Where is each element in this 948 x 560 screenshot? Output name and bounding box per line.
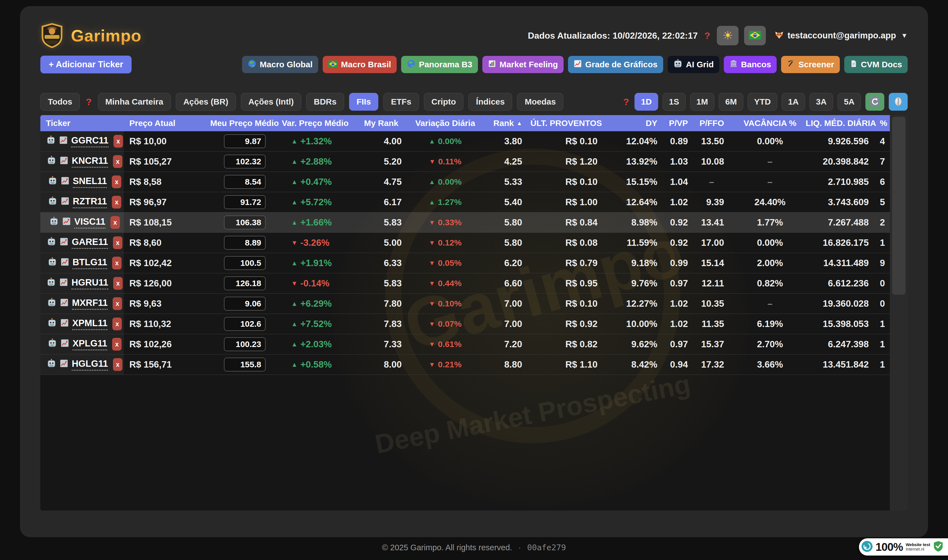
range-3a[interactable]: 3A <box>809 93 833 111</box>
table-row[interactable]: KNCR11xR$ 105,27▲+2.88%5.20▼0.11%4.25R$ … <box>40 152 890 172</box>
column-header-meu-preco-medio[interactable]: Meu Preço Médio <box>207 115 282 131</box>
range-1d[interactable]: 1D <box>634 93 658 111</box>
avg-price-input[interactable] <box>224 256 266 270</box>
robot-icon[interactable] <box>47 318 57 330</box>
column-header-var-preco-medio[interactable]: Var. Preço Médio <box>282 115 349 131</box>
tab-etfs[interactable]: ETFs <box>383 93 419 111</box>
scrollbar-thumb[interactable] <box>892 117 905 295</box>
remove-ticker-button[interactable]: x <box>113 155 122 168</box>
ticker-link[interactable]: GGRC11 <box>71 135 108 148</box>
remove-ticker-button[interactable]: x <box>114 135 123 148</box>
table-row[interactable]: GARE11xR$ 8,60▼-3.26%5.00▼0.12%5.80R$ 0.… <box>40 233 890 253</box>
robot-icon[interactable] <box>48 338 57 350</box>
column-header-ticker[interactable]: Ticker <box>40 115 124 131</box>
tab-indices[interactable]: Índices <box>468 93 512 111</box>
tab-todos[interactable]: Todos <box>40 93 80 111</box>
avg-price-input[interactable] <box>224 236 266 250</box>
chart-line-icon[interactable] <box>60 237 68 248</box>
table-row[interactable]: VISC11xR$ 108,15▲+1.66%5.83▼0.33%5.80R$ … <box>40 212 890 233</box>
ticker-link[interactable]: HGLG11 <box>72 358 108 371</box>
table-row[interactable]: HGLG11xR$ 156,71▲+0.58%8.00▼0.21%8.80R$ … <box>40 354 890 375</box>
bell-button[interactable] <box>889 93 908 111</box>
robot-icon[interactable] <box>46 135 55 147</box>
remove-ticker-button[interactable]: x <box>113 297 122 310</box>
remove-ticker-button[interactable]: x <box>112 196 121 209</box>
internetnl-badge[interactable]: 100% Website test Internet.nl <box>859 538 948 555</box>
avg-price-input[interactable] <box>224 337 266 351</box>
ticker-link[interactable]: SNEL11 <box>73 176 107 188</box>
column-header-variacao-diaria[interactable]: Variação Diária <box>414 115 477 131</box>
avg-price-input[interactable] <box>224 215 266 229</box>
remove-ticker-button[interactable]: x <box>112 317 122 330</box>
remove-ticker-button[interactable]: x <box>113 358 122 371</box>
range-1s[interactable]: 1S <box>663 93 686 111</box>
chart-line-icon[interactable] <box>61 176 69 188</box>
chart-line-icon[interactable] <box>59 136 68 147</box>
add-ticker-button[interactable]: + Adicionar Ticker <box>40 55 132 74</box>
remove-ticker-button[interactable]: x <box>112 257 122 269</box>
column-header-liq-med-diaria[interactable]: LIQ. MÉD. DIÁRIA <box>810 115 871 131</box>
table-row[interactable]: RZTR11xR$ 96,97▲+5.72%6.17▲1.27%5.40R$ 1… <box>40 192 890 212</box>
robot-icon[interactable] <box>47 156 56 168</box>
ticker-link[interactable]: XPML11 <box>72 318 108 330</box>
table-row[interactable]: BTLG11xR$ 102,42▲+1.91%6.33▼0.05%6.20R$ … <box>40 253 890 273</box>
help-icon[interactable]: ? <box>703 30 711 41</box>
ticker-link[interactable]: KNCR11 <box>72 155 108 168</box>
robot-icon[interactable] <box>46 277 56 289</box>
nav-button-bancos[interactable]: Bancos <box>724 56 777 73</box>
column-header-vacancia[interactable]: VACÂNCIA % <box>729 115 810 131</box>
avg-price-input[interactable] <box>224 297 266 311</box>
nav-button-cvm-docs[interactable]: CVM Docs <box>844 56 908 73</box>
column-header-preco-atual[interactable]: Preço Atual <box>124 115 207 131</box>
nav-button-ai-grid[interactable]: AI Grid <box>668 56 719 73</box>
column-header-dy[interactable]: DY <box>606 115 663 131</box>
ticker-link[interactable]: HGRU11 <box>71 277 108 289</box>
ticker-link[interactable]: XPLG11 <box>72 338 108 350</box>
remove-ticker-button[interactable]: x <box>112 338 122 351</box>
user-menu[interactable]: testaccount@garimpo.app ▼ <box>774 30 908 41</box>
range-1a[interactable]: 1A <box>782 93 805 111</box>
tab-fiis[interactable]: FIIs <box>349 93 379 111</box>
language-button[interactable] <box>744 26 766 45</box>
chart-line-icon[interactable] <box>60 298 69 309</box>
ticker-link[interactable]: VISC11 <box>74 216 105 229</box>
avg-price-input[interactable] <box>224 358 266 371</box>
column-header-p-vp[interactable]: P/VP <box>663 115 694 131</box>
chart-line-icon[interactable] <box>61 197 69 208</box>
chart-line-icon[interactable] <box>62 217 71 228</box>
ticker-link[interactable]: MXRF11 <box>72 297 108 310</box>
robot-icon[interactable] <box>47 237 56 249</box>
chart-line-icon[interactable] <box>59 278 68 289</box>
table-row[interactable]: GGRC11xR$ 10,00▲+1.32%4.00▲0.00%3.80R$ 0… <box>40 131 890 152</box>
remove-ticker-button[interactable]: x <box>112 175 121 188</box>
ranges-help-icon[interactable]: ? <box>622 97 630 107</box>
column-header-p-ffo[interactable]: P/FFO <box>694 115 729 131</box>
nav-button-macro-global[interactable]: Macro Global <box>242 56 318 73</box>
range-1m[interactable]: 1M <box>690 93 715 111</box>
robot-icon[interactable] <box>48 257 57 269</box>
robot-icon[interactable] <box>47 359 56 370</box>
tab-minha-carteira[interactable]: Minha Carteira <box>98 93 171 111</box>
column-header-rank[interactable]: Rank▲ <box>477 115 526 131</box>
column-header-my-rank[interactable]: My Rank <box>349 115 414 131</box>
avg-price-input[interactable] <box>224 276 266 290</box>
avg-price-input[interactable] <box>224 134 266 148</box>
tab-moedas[interactable]: Moedas <box>517 93 563 111</box>
tab-bdrs[interactable]: BDRs <box>306 93 344 111</box>
nav-button-grade-de-graficos[interactable]: Grade de Gráficos <box>568 56 663 73</box>
table-row[interactable]: XPLG11xR$ 102,26▲+2.03%7.33▼0.61%7.20R$ … <box>40 334 890 354</box>
table-scrollbar[interactable] <box>890 115 908 511</box>
chart-line-icon[interactable] <box>60 338 69 350</box>
robot-icon[interactable] <box>47 298 57 309</box>
chart-line-icon[interactable] <box>60 257 69 269</box>
table-row[interactable]: MXRF11xR$ 9,63▲+6.29%7.80▼0.10%7.00R$ 0.… <box>40 294 890 314</box>
chart-line-icon[interactable] <box>60 156 68 167</box>
table-row[interactable]: XPML11xR$ 110,32▲+7.52%7.83▼0.07%7.00R$ … <box>40 314 890 334</box>
nav-button-screener[interactable]: Screener <box>781 56 840 73</box>
refresh-button[interactable] <box>865 93 884 111</box>
avg-price-input[interactable] <box>224 155 266 169</box>
tab-acoes-intl[interactable]: Ações (Intl) <box>241 93 301 111</box>
nav-button-macro-brasil[interactable]: Macro Brasil <box>323 56 397 73</box>
avg-price-input[interactable] <box>224 317 266 331</box>
ticker-link[interactable]: BTLG11 <box>72 257 108 269</box>
